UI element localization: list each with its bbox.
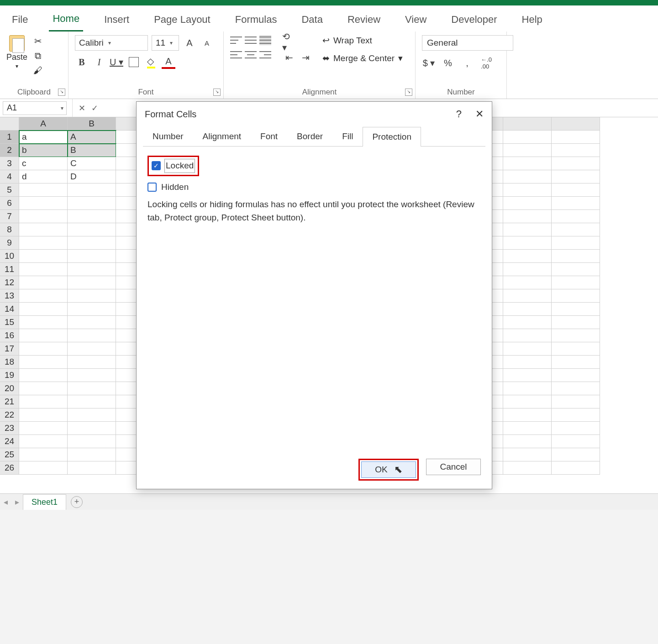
cell[interactable] [503,289,552,303]
cell[interactable] [68,369,116,382]
row-header[interactable]: 9 [0,236,19,250]
row-header-4[interactable]: 4 [0,170,19,183]
tab-data[interactable]: Data [298,11,326,31]
cell[interactable] [552,356,600,369]
underline-button[interactable]: U ▾ [110,55,123,69]
cell[interactable] [19,276,68,289]
cell[interactable] [503,356,552,369]
row-header[interactable]: 17 [0,342,19,356]
tab-developer[interactable]: Developer [447,11,500,31]
font-size-select[interactable]: 11 [152,35,179,51]
cell[interactable] [552,250,600,263]
cell[interactable] [552,236,600,250]
enter-formula-icon[interactable]: ✓ [88,103,101,113]
cell[interactable] [68,250,116,263]
cell[interactable] [68,395,116,408]
cell[interactable] [503,461,552,475]
cell[interactable] [552,408,600,422]
cell[interactable] [19,263,68,276]
cell[interactable] [552,461,600,475]
cell[interactable] [19,210,68,223]
cell[interactable] [552,369,600,382]
cell[interactable] [19,183,68,197]
cell[interactable] [552,276,600,289]
ok-button[interactable]: OK ⬉ [361,461,416,478]
cell[interactable] [68,422,116,435]
row-header[interactable]: 12 [0,276,19,289]
paste-button[interactable]: Paste [6,52,27,62]
cell[interactable] [68,461,116,475]
cell[interactable] [503,303,552,316]
tab-nav-next-icon[interactable]: ▸ [11,497,23,507]
name-box[interactable]: A1 [3,101,67,115]
cell[interactable] [503,448,552,461]
cell[interactable] [19,197,68,210]
cell-A2[interactable]: b [19,144,68,157]
dlg-tab-fill[interactable]: Fill [332,126,363,146]
new-sheet-button[interactable]: + [71,496,83,508]
row-header[interactable]: 7 [0,210,19,223]
cell-B4[interactable]: D [68,170,116,183]
cell[interactable] [503,435,552,448]
dlg-tab-font[interactable]: Font [251,126,287,146]
align-left-icon[interactable] [230,50,242,60]
row-header-2[interactable]: 2 [0,144,19,157]
cell[interactable] [19,342,68,356]
cell[interactable] [19,250,68,263]
cell[interactable] [503,382,552,395]
cell[interactable] [552,435,600,448]
cell[interactable] [19,356,68,369]
cell[interactable] [19,236,68,250]
cell[interactable] [19,369,68,382]
cell-A1[interactable]: a [19,131,68,144]
decrease-indent-icon[interactable]: ⇤ [282,51,296,64]
cell[interactable] [552,395,600,408]
cell[interactable] [552,329,600,342]
cancel-button[interactable]: Cancel [426,459,481,475]
italic-button[interactable]: I [92,55,106,69]
cell[interactable] [19,289,68,303]
increase-indent-icon[interactable]: ⇥ [299,51,312,64]
tab-help[interactable]: Help [518,11,546,31]
font-color-button[interactable]: A [162,55,175,69]
sheet-tab-1[interactable]: Sheet1 [23,494,66,510]
cell[interactable] [68,408,116,422]
cell[interactable] [19,435,68,448]
cell[interactable] [503,210,552,223]
cell[interactable] [19,303,68,316]
cell[interactable] [68,289,116,303]
cell-B1[interactable]: A [68,131,116,144]
dialog-close-icon[interactable]: ✕ [475,108,484,120]
format-painter-icon[interactable]: 🖌 [32,64,44,76]
cell[interactable] [552,210,600,223]
merge-center-button[interactable]: ⬌Merge & Center ▾ [322,53,403,63]
row-header[interactable]: 24 [0,435,19,448]
cell[interactable] [68,316,116,329]
row-header[interactable]: 14 [0,303,19,316]
dlg-tab-alignment[interactable]: Alignment [193,126,251,146]
row-header[interactable]: 23 [0,422,19,435]
cell[interactable] [68,236,116,250]
row-header[interactable]: 26 [0,461,19,475]
cell[interactable] [503,183,552,197]
cell[interactable] [19,408,68,422]
cell[interactable] [68,356,116,369]
cell[interactable] [19,382,68,395]
cell[interactable] [503,395,552,408]
row-header-3[interactable]: 3 [0,157,19,170]
dlg-tab-border[interactable]: Border [287,126,332,146]
cell[interactable] [19,223,68,236]
cell-B2[interactable]: B [68,144,116,157]
cell[interactable] [552,448,600,461]
cell[interactable] [552,263,600,276]
cell[interactable] [68,329,116,342]
row-header[interactable]: 16 [0,329,19,342]
cell[interactable] [68,382,116,395]
cell[interactable] [552,422,600,435]
align-center-icon[interactable] [245,50,257,60]
cell[interactable] [503,369,552,382]
cell[interactable] [19,448,68,461]
increase-decimal-icon[interactable]: ←.0.00 [479,56,493,70]
cell[interactable] [68,342,116,356]
cell[interactable] [552,316,600,329]
